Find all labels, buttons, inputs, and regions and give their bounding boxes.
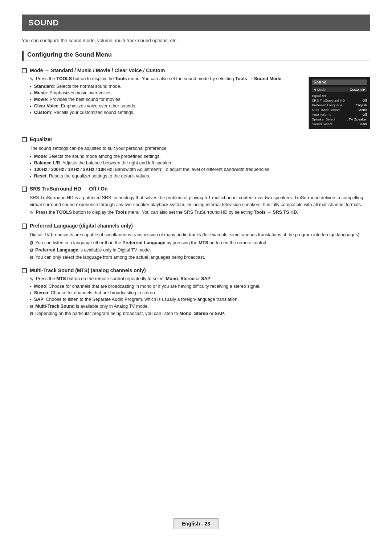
screen-row-multitrack: Multi-Track Sound : Mono [312, 108, 367, 112]
checkbox-icon-srs [22, 187, 27, 192]
footer: English - 23 [0, 518, 392, 529]
intro-text: You can configure the sound mode, volume… [22, 38, 370, 43]
subsection-eq-header: Equalizer [22, 136, 370, 142]
preflang-info-3: You can only select the language from am… [30, 255, 370, 260]
multitrack-info-text-1: Multi-Track Sound is available only in A… [35, 304, 148, 309]
multitrack-note-text: Press the MTS button on the remote contr… [36, 276, 212, 281]
screen-mode-label: ◀ Mode [313, 87, 326, 91]
subsection-multitrack-header: Multi-Track Sound (MTS) (analog channels… [22, 267, 370, 273]
preflang-info-1: You can listen in a language other than … [30, 240, 370, 246]
multitrack-bullet-mono: Mono: Choose for channels that are broad… [30, 284, 370, 289]
subsection-equalizer: Equalizer The sound settings can be adju… [22, 136, 370, 179]
page-title: SOUND [28, 18, 364, 28]
screen-mockup: Sound ◀ Mode Custom ▶ Equalizer SRS TruS… [309, 77, 370, 129]
mode-bullet-clearvoice: Clear Voice: Emphasizes voice over other… [30, 103, 303, 109]
pencil-icon-srs [30, 210, 34, 216]
subsection-srs-title: SRS TruSurround HD → Off / On [30, 186, 108, 192]
info-icon-preflang-2 [30, 248, 33, 253]
checkbox-icon-multitrack [22, 268, 27, 273]
multitrack-content: Press the MTS button on the remote contr… [30, 276, 370, 316]
screen-row-equalizer: Equalizer [312, 94, 367, 98]
mode-bullet-list: Standard: Selects the normal sound mode.… [30, 84, 303, 115]
eq-intro: The sound settings can be adjusted to su… [30, 145, 370, 152]
screen-title: Sound [312, 79, 367, 85]
subsection-mode: Mode → Standard / Music / Movie / Clear … [22, 68, 370, 129]
preflang-info-text-2: Preferred Language is available only in … [35, 248, 151, 253]
mode-note-1: Press the TOOLS button to display the To… [30, 76, 303, 82]
screen-row-soundselect: Sound Select : Main [312, 122, 367, 126]
mode-text: Press the TOOLS button to display the To… [30, 76, 303, 129]
multitrack-bullet-list: Mono: Choose for channels that are broad… [30, 284, 370, 302]
mode-content-area: Press the TOOLS button to display the To… [30, 76, 370, 129]
subsection-srs: SRS TruSurround HD → Off / On SRS TruSur… [22, 186, 370, 216]
preflang-content: Digital-TV broadcasts are capable of sim… [30, 232, 370, 260]
eq-bullet-bandwidth: 100Hz / 300Hz / 1KHz / 3KHz / 10KHz (Ban… [30, 167, 370, 172]
srs-note-text: Press the TOOLS button to display the To… [36, 210, 298, 215]
mode-bullet-movie: Movie: Provides the best sound for movie… [30, 97, 303, 102]
subsection-multitrack: Multi-Track Sound (MTS) (analog channels… [22, 267, 370, 316]
screen-mode-row: ◀ Mode Custom ▶ [312, 87, 367, 92]
subsection-mode-header: Mode → Standard / Music / Movie / Clear … [22, 68, 370, 73]
subsections-container: Mode → Standard / Music / Movie / Clear … [22, 68, 370, 316]
multitrack-bullet-stereo: Stereo: Choose for channels that are bro… [30, 290, 370, 295]
screen-row-preflang: Preferred Language : English [312, 103, 367, 107]
pencil-icon-mode [30, 77, 34, 82]
mode-bullet-custom: Custom: Recalls your customized sound se… [30, 110, 303, 115]
title-bar: SOUND [22, 15, 370, 31]
checkbox-icon-preflang [22, 224, 27, 229]
mode-note-text: Press the TOOLS button to display the To… [36, 76, 283, 81]
checkbox-icon-mode [22, 68, 27, 73]
screen-row-srs: SRS TruSurround HD : Off [312, 98, 367, 102]
mode-bullet-music: Music: Emphasizes music over voices. [30, 90, 303, 95]
eq-content: The sound settings can be adjusted to su… [30, 145, 370, 179]
subsection-preflang-title: Preferred Language (digital channels onl… [30, 223, 133, 229]
preflang-para: Digital-TV broadcasts are capable of sim… [30, 232, 370, 238]
eq-bullet-reset: Reset: Resets the equalizer settings to … [30, 173, 370, 179]
srs-content: SRS TruSurround HD is a patented SRS tec… [30, 195, 370, 216]
eq-bullet-list: Mode: Selects the sound mode among the p… [30, 154, 370, 179]
multitrack-info-2: Depending on the particular program bein… [30, 311, 370, 316]
screen-row-autovolume: Auto Volume : Off [312, 112, 367, 116]
srs-note-1: Press the TOOLS button to display the To… [30, 210, 370, 216]
footer-badge: English - 23 [173, 518, 219, 529]
info-icon-multitrack-2 [30, 311, 33, 316]
checkbox-icon-eq [22, 137, 27, 142]
screen-row-speakerselect: Speaker Select : TV Speaker [312, 117, 367, 121]
info-icon-preflang-3 [30, 255, 33, 260]
section-heading: Configuring the Sound Menu [22, 51, 370, 61]
eq-bullet-mode: Mode: Selects the sound mode among the p… [30, 154, 370, 159]
subsection-mode-title: Mode → Standard / Music / Movie / Clear … [30, 68, 165, 73]
mode-bullet-standard: Standard: Selects the normal sound mode. [30, 84, 303, 89]
pencil-icon-multitrack [30, 277, 34, 282]
subsection-preflang-header: Preferred Language (digital channels onl… [22, 223, 370, 229]
screen-mode-value: Custom ▶ [350, 87, 366, 91]
eq-bullet-balance: Balance L/R: Adjusts the balance between… [30, 160, 370, 165]
info-icon-multitrack-1 [30, 304, 33, 309]
preflang-info-2: Preferred Language is available only in … [30, 248, 370, 253]
subsection-srs-header: SRS TruSurround HD → Off / On [22, 186, 370, 192]
preflang-info-text-3: You can only select the language from am… [35, 255, 205, 260]
multitrack-info-1: Multi-Track Sound is available only in A… [30, 304, 370, 309]
subsection-multitrack-title: Multi-Track Sound (MTS) (analog channels… [30, 267, 146, 273]
multitrack-info-text-2: Depending on the particular program bein… [35, 311, 225, 316]
multitrack-note-pencil: Press the MTS button on the remote contr… [30, 276, 370, 282]
subsection-eq-title: Equalizer [30, 136, 52, 142]
subsection-preflang: Preferred Language (digital channels onl… [22, 223, 370, 260]
info-icon-preflang-1 [30, 241, 33, 246]
multitrack-bullet-sap: SAP: Choose to listen to the Separate Au… [30, 297, 370, 302]
preflang-info-text-1: You can listen in a language other than … [35, 240, 268, 245]
page: SOUND You can configure the sound mode, … [0, 0, 392, 353]
srs-para: SRS TruSurround HD is a patented SRS tec… [30, 195, 370, 208]
